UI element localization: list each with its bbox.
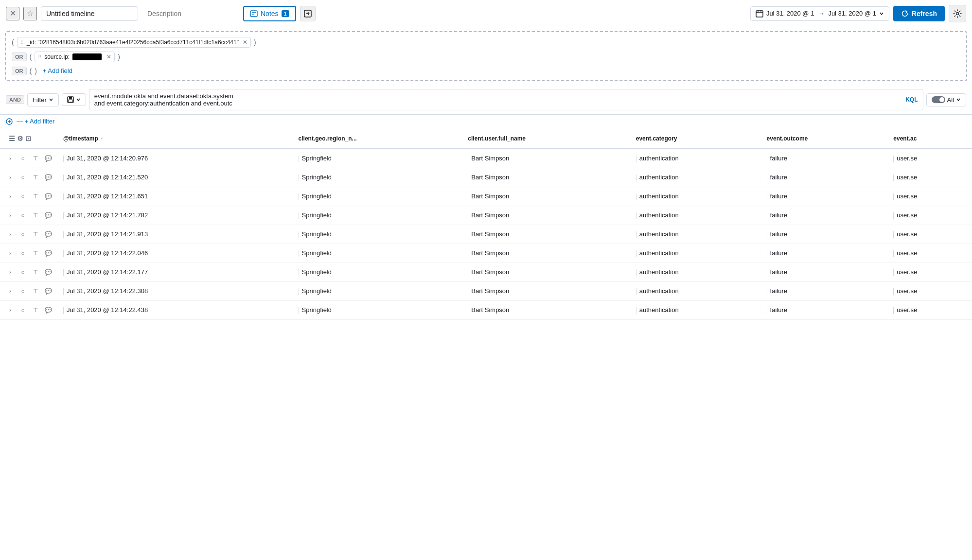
pin-row-button[interactable]: ⊤ (30, 210, 41, 221)
all-label: All (947, 96, 954, 104)
add-field-link[interactable]: + Add field (40, 66, 75, 75)
pin-row-button[interactable]: ⊤ (30, 191, 41, 202)
cell-geo-region: Springfield (294, 282, 463, 301)
col-header-geo-region[interactable]: client.geo.region_n... (294, 129, 463, 149)
select-row-checkbox[interactable]: ○ (18, 229, 28, 240)
sort-asc-icon: ↑ (101, 136, 103, 141)
select-row-checkbox[interactable]: ○ (18, 210, 28, 221)
add-note-button[interactable]: 💬 (43, 210, 53, 221)
col-header-outcome[interactable]: event.outcome (762, 129, 889, 149)
row-controls: › ○ ⊤ 💬 (0, 168, 58, 187)
cell-geo-region: Springfield (294, 244, 463, 263)
row-controls: › ○ ⊤ 💬 (0, 263, 58, 282)
expand-row-button[interactable]: › (5, 172, 16, 183)
expand-row-button[interactable]: › (5, 286, 16, 297)
table-row: › ○ ⊤ 💬 Jul 31, 2020 @ 12:14:21.913 Spri… (0, 225, 972, 244)
settings-table-icon[interactable]: ⚙ (17, 135, 23, 142)
select-row-checkbox[interactable]: ○ (18, 153, 28, 164)
expand-row-button[interactable]: › (5, 153, 16, 164)
close-paren-1: ) (254, 38, 256, 46)
expand-row-button[interactable]: › (5, 191, 16, 202)
toggle-icon (932, 96, 945, 103)
col-header-category[interactable]: event.category (631, 129, 762, 149)
row-controls: › ○ ⊤ 💬 (0, 282, 58, 301)
select-row-checkbox[interactable]: ○ (18, 286, 28, 297)
timeline-title-input[interactable] (41, 6, 138, 21)
filter-chip-id-close[interactable]: ✕ (243, 39, 247, 46)
grid-icon[interactable]: ⊡ (25, 135, 31, 142)
cell-timestamp: Jul 31, 2020 @ 12:14:21.651 (58, 187, 294, 206)
pin-row-button[interactable]: ⊤ (30, 172, 41, 183)
close-button[interactable]: ✕ (6, 7, 19, 20)
filter-dropdown-button[interactable]: Filter (27, 93, 59, 106)
cell-category: authentication (631, 263, 762, 282)
pin-row-button[interactable]: ⊤ (30, 267, 41, 278)
cell-category: authentication (631, 187, 762, 206)
save-icon (67, 96, 74, 103)
add-note-button[interactable]: 💬 (43, 248, 53, 259)
col-header-action[interactable]: event.ac (888, 129, 972, 149)
filter-chip-source-ip[interactable]: ⠿ source.ip: ✕ (35, 52, 115, 62)
col-header-timestamp[interactable]: @timestamp ↑ (58, 129, 294, 149)
cell-geo-region: Springfield (294, 187, 463, 206)
cell-action: user.se (888, 282, 972, 301)
refresh-button[interactable]: Refresh (893, 6, 945, 21)
add-note-button[interactable]: 💬 (43, 172, 53, 183)
row-controls: › ○ ⊤ 💬 (0, 244, 58, 263)
date-arrow: → (818, 10, 824, 17)
add-note-button[interactable]: 💬 (43, 305, 53, 315)
pin-row-button[interactable]: ⊤ (30, 248, 41, 259)
notes-icon (250, 10, 258, 18)
filter-chevron-icon (49, 97, 53, 102)
add-note-button[interactable]: 💬 (43, 229, 53, 240)
select-row-checkbox[interactable]: ○ (18, 191, 28, 202)
save-query-button[interactable] (62, 93, 86, 106)
expand-row-button[interactable]: › (5, 267, 16, 278)
filter-chip-redacted-value (72, 53, 102, 60)
expand-row-button[interactable]: › (5, 305, 16, 315)
cell-outcome: failure (762, 187, 889, 206)
full-name-col-label: client.user.full_name (468, 135, 526, 142)
timeline-description-input[interactable] (142, 6, 239, 21)
cell-full-name: Bart Simpson (463, 282, 631, 301)
add-note-button[interactable]: 💬 (43, 286, 53, 297)
select-row-checkbox[interactable]: ○ (18, 248, 28, 259)
expand-row-button[interactable]: › (5, 210, 16, 221)
pin-row-button[interactable]: ⊤ (30, 229, 41, 240)
cell-timestamp: Jul 31, 2020 @ 12:14:21.782 (58, 206, 294, 225)
filter-button-label: Filter (33, 96, 47, 104)
date-range-picker[interactable]: Jul 31, 2020 @ 1 → Jul 31, 2020 @ 1 (750, 6, 889, 21)
add-filter-icon (6, 118, 13, 125)
geo-region-col-label: client.geo.region_n... (299, 135, 357, 142)
cell-geo-region: Springfield (294, 225, 463, 244)
filter-chip-id[interactable]: ⠿ _id: "02816548f03c6b020d763aae41e4f202… (17, 37, 251, 48)
pin-row-button[interactable]: ⊤ (30, 286, 41, 297)
col-header-full-name[interactable]: client.user.full_name (463, 129, 631, 149)
select-row-checkbox[interactable]: ○ (18, 305, 28, 315)
favorite-button[interactable]: ☆ (23, 7, 37, 20)
select-row-checkbox[interactable]: ○ (18, 267, 28, 278)
filter-chip-source-ip-close[interactable]: ✕ (106, 53, 111, 60)
add-note-button[interactable]: 💬 (43, 267, 53, 278)
select-row-checkbox[interactable]: ○ (18, 172, 28, 183)
category-col-label: event.category (636, 135, 677, 142)
open-paren-3: ( (30, 67, 32, 75)
add-note-button[interactable]: 💬 (43, 153, 53, 164)
expand-row-button[interactable]: › (5, 248, 16, 259)
svg-rect-0 (250, 11, 257, 17)
all-dropdown[interactable]: All (926, 93, 966, 106)
pin-row-button[interactable]: ⊤ (30, 305, 41, 315)
add-note-button[interactable]: 💬 (43, 191, 53, 202)
expand-row-button[interactable]: › (5, 229, 16, 240)
cell-full-name: Bart Simpson (463, 149, 631, 168)
columns-icon[interactable]: ☰ (9, 135, 15, 142)
filter-row-2: OR ( ⠿ source.ip: ✕ ) (12, 52, 960, 62)
notes-button[interactable]: Notes 1 (243, 6, 296, 21)
settings-button[interactable] (949, 5, 966, 22)
pin-row-button[interactable]: ⊤ (30, 153, 41, 164)
add-filter-link[interactable]: — + Add filter (6, 118, 54, 125)
kql-query-input[interactable]: event.module:okta and event.dataset:okta… (89, 89, 923, 110)
cell-timestamp: Jul 31, 2020 @ 12:14:22.046 (58, 244, 294, 263)
share-button[interactable] (300, 6, 316, 21)
table-row: › ○ ⊤ 💬 Jul 31, 2020 @ 12:14:21.520 Spri… (0, 168, 972, 187)
